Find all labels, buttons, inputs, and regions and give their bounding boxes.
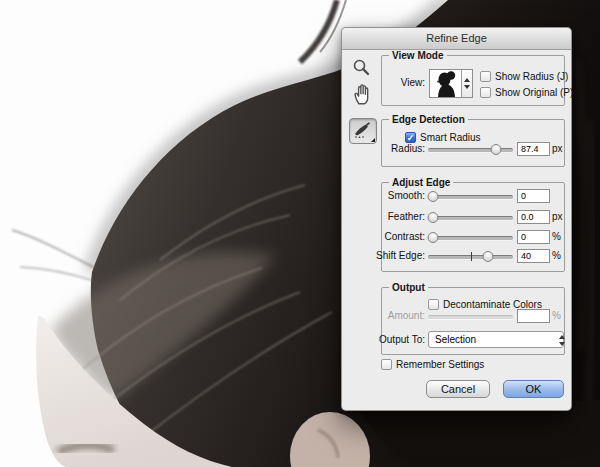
shift-edge-label: Shift Edge: [342, 248, 425, 264]
amount-row: Amount: % [342, 308, 571, 324]
radius-slider-thumb[interactable] [491, 144, 502, 155]
amount-label: Amount: [342, 308, 425, 324]
view-mode-title: View Mode [389, 50, 447, 61]
dialog-titlebar[interactable]: Refine Edge [342, 28, 571, 50]
contrast-value-field[interactable]: 0 [517, 230, 550, 244]
radius-value-field[interactable]: 87.4 [517, 142, 550, 156]
ok-button[interactable]: OK [503, 380, 564, 398]
adjust-edge-title: Adjust Edge [389, 177, 453, 188]
contrast-slider-thumb[interactable] [428, 232, 439, 243]
amount-slider [428, 311, 513, 322]
contrast-label: Contrast: [342, 229, 425, 245]
contrast-slider-track[interactable] [428, 236, 513, 241]
feather-slider[interactable] [428, 212, 513, 223]
shift-edge-value-field[interactable]: 40 [517, 249, 550, 263]
radius-slider[interactable] [428, 144, 513, 155]
smooth-slider-track[interactable] [428, 195, 513, 200]
remember-settings-label: Remember Settings [396, 359, 484, 371]
smooth-label: Smooth: [342, 188, 425, 204]
woman-profile-thumbnail [430, 70, 463, 97]
show-radius-label: Show Radius (J) [495, 71, 568, 83]
view-label: View: [342, 75, 425, 91]
contrast-slider[interactable] [428, 232, 513, 243]
feather-slider-track[interactable] [428, 216, 513, 221]
radius-row: Radius: 87.4 px [342, 141, 571, 157]
show-original-label: Show Original (P) [495, 87, 573, 99]
smooth-slider[interactable] [428, 191, 513, 202]
edge-detection-title: Edge Detection [389, 114, 468, 125]
feather-label: Feather: [342, 209, 425, 225]
shift-edge-row: Shift Edge: 40 % [342, 248, 571, 264]
amount-value-field[interactable] [517, 309, 550, 323]
feather-row: Feather: 0.0 px [342, 209, 571, 225]
output-to-row: Output To: Selection [342, 331, 571, 348]
shift-edge-unit: % [552, 248, 561, 264]
center-tick [471, 252, 472, 261]
down-arrow-icon [464, 85, 470, 89]
shift-edge-slider-thumb[interactable] [482, 251, 493, 262]
shift-edge-slider[interactable] [428, 251, 513, 262]
remember-settings-checkbox[interactable] [381, 359, 392, 370]
view-thumbnail-button[interactable] [429, 69, 473, 98]
dialog-title: Refine Edge [342, 28, 571, 49]
smooth-row: Smooth: 0 [342, 188, 571, 204]
output-to-dropdown[interactable]: Selection [428, 331, 564, 348]
output-to-value: Selection [429, 332, 563, 347]
up-arrow-icon [464, 78, 470, 82]
smooth-value-field[interactable]: 0 [517, 189, 550, 203]
output-to-label: Output To: [342, 331, 425, 348]
feather-value-field[interactable]: 0.0 [517, 210, 550, 224]
feather-unit: px [552, 209, 563, 225]
cancel-button[interactable]: Cancel [426, 380, 490, 398]
screenshot-root: Refine Edge View Mode View: [0, 0, 600, 467]
amount-slider-track [428, 315, 513, 320]
amount-unit: % [552, 308, 561, 324]
radius-label: Radius: [342, 141, 425, 157]
feather-slider-thumb[interactable] [428, 212, 439, 223]
show-radius-checkbox[interactable] [480, 71, 491, 82]
show-original-checkbox[interactable] [480, 87, 491, 98]
refine-edge-dialog: Refine Edge View Mode View: [341, 27, 572, 411]
output-title: Output [389, 282, 428, 293]
contrast-unit: % [552, 229, 561, 245]
view-dropdown-strip[interactable] [461, 70, 472, 97]
contrast-row: Contrast: 0 % [342, 229, 571, 245]
brush-icon [353, 122, 371, 138]
radius-unit: px [552, 141, 563, 157]
smooth-slider-thumb[interactable] [428, 191, 439, 202]
